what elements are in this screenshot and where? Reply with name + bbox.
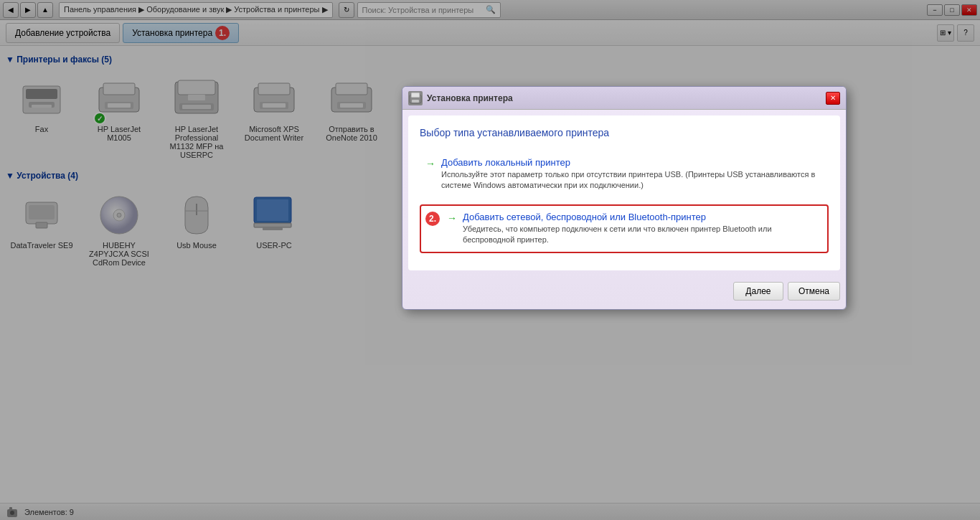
option1-desc: Используйте этот параметр только при отс… (441, 169, 823, 192)
dialog-heading: Выбор типа устанавливаемого принтера (420, 127, 829, 138)
option1-title: Добавить локальный принтер (441, 157, 823, 168)
dialog-cancel-button[interactable]: Отмена (788, 282, 840, 301)
dialog-close-button[interactable]: ✕ (826, 92, 840, 105)
dialog-next-button[interactable]: Далее (733, 282, 783, 301)
dialog-title: Установка принтера (427, 93, 826, 103)
option-network-printer[interactable]: 2. → Добавить сетевой, беспроводной или … (420, 204, 829, 253)
dialog-printer-icon (408, 91, 423, 105)
svg-rect-37 (411, 93, 420, 98)
option1-text: Добавить локальный принтер Используйте э… (441, 157, 823, 192)
svg-rect-38 (412, 100, 419, 103)
dialog-footer: Далее Отмена (402, 276, 846, 309)
option2-text: Добавить сетевой, беспроводной или Bluet… (463, 212, 823, 246)
option-local-printer[interactable]: → Добавить локальный принтер Используйте… (420, 150, 829, 199)
option1-arrow: → (425, 158, 435, 169)
dialog-titlebar: Установка принтера ✕ (402, 87, 846, 110)
dialog-overlay: Установка принтера ✕ Выбор типа устанавл… (0, 0, 980, 520)
annotation-2-badge: 2. (425, 212, 440, 226)
option2-title: Добавить сетевой, беспроводной или Bluet… (463, 212, 823, 222)
dialog-body: Выбор типа устанавливаемого принтера → Д… (408, 115, 840, 270)
option2-arrow: → (447, 212, 457, 224)
option2-desc: Убедитесь, что компьютер подключен к сет… (463, 224, 823, 246)
install-printer-dialog: Установка принтера ✕ Выбор типа устанавл… (402, 86, 847, 310)
